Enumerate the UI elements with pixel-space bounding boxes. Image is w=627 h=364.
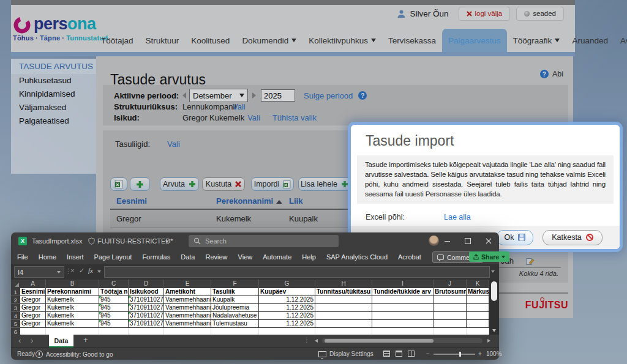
sheet-cell[interactable] <box>372 328 434 335</box>
zoom-level[interactable]: 100% <box>486 351 502 357</box>
sheet-cell[interactable] <box>434 320 467 328</box>
sheet-cell[interactable]: 945 <box>99 304 129 312</box>
ok-button[interactable]: Ok <box>497 230 533 245</box>
sheet-cell[interactable]: Tunnitasu/tükitasu <box>315 288 372 296</box>
sheet-cell[interactable]: Brutosumma <box>434 288 467 296</box>
new-sheet-button[interactable] <box>83 335 88 344</box>
scroll-down-arrow[interactable] <box>492 329 496 332</box>
sheet-cell[interactable]: 37109110274 <box>129 296 164 304</box>
sheet-cell[interactable] <box>434 328 467 335</box>
row-header[interactable]: 1 <box>11 288 20 296</box>
sheet-cell[interactable]: Jõulupreemia <box>211 304 259 312</box>
sheet-cell[interactable]: 37109110274 <box>129 312 164 320</box>
sheet-cell[interactable]: Gregor <box>20 296 46 304</box>
next-sheet-arrow[interactable] <box>31 336 33 345</box>
excel-search-box[interactable]: Search <box>189 235 339 247</box>
sheet-cell[interactable]: 1.12.2025 <box>259 320 315 328</box>
sheet-cell[interactable]: Kukemelk <box>46 304 99 312</box>
sheet-cell[interactable]: 1.12.2025 <box>259 304 315 312</box>
row-header[interactable]: 2 <box>11 296 20 304</box>
row-header[interactable]: 4 <box>11 312 20 320</box>
sheet-cell[interactable]: Töötaja nr. <box>99 288 129 296</box>
sheet-cell[interactable]: Gregor <box>20 304 46 312</box>
sheet-cell[interactable] <box>467 320 489 328</box>
sheet-cell[interactable] <box>372 296 434 304</box>
sensitivity-label[interactable]: FUJITSU-RESTRICTED* <box>97 237 173 245</box>
sheet-cell[interactable]: Nädalavahetuse tasu <box>211 312 259 320</box>
sheet-cell[interactable] <box>315 296 372 304</box>
sheet-cell[interactable]: Vanemmehhaanik <box>164 296 211 304</box>
sheet-cell[interactable] <box>20 328 46 335</box>
sheet-cell[interactable]: 945 <box>99 320 129 328</box>
sheet-cell[interactable] <box>467 312 489 320</box>
sheet-cell[interactable]: Vanemmehhaanik <box>164 304 211 312</box>
sheet-cell[interactable]: 37109110274 <box>129 304 164 312</box>
sheet-cell[interactable]: Eesnimi <box>20 288 46 296</box>
zoom-out-button[interactable] <box>426 351 430 357</box>
sheet-cell[interactable] <box>467 304 489 312</box>
sheet-cell[interactable]: 1.12.2025 <box>259 312 315 320</box>
sheet-cell[interactable]: Kukemelk <box>46 312 99 320</box>
sheet-cell[interactable]: Perekonnanimi <box>46 288 99 296</box>
sheet-cell[interactable] <box>315 320 372 328</box>
ribbon-tab-sap-analytics[interactable]: SAP Analytics Cloud <box>326 253 388 261</box>
ribbon-tab-data[interactable]: Data <box>181 253 195 261</box>
normal-view-icon[interactable] <box>383 351 390 357</box>
zoom-in-button[interactable] <box>478 351 482 357</box>
sheet-cell[interactable] <box>372 304 434 312</box>
column-header[interactable]: B <box>46 280 99 288</box>
maximize-button[interactable] <box>459 232 477 250</box>
zoom-slider[interactable] <box>434 354 475 355</box>
sheet-cell[interactable]: Tundide/tükkide arv <box>372 288 434 296</box>
sheet-cell[interactable]: Vanemmehhaanik <box>164 312 211 320</box>
ribbon-tab-file[interactable]: File <box>17 253 28 261</box>
sheet-cell[interactable] <box>99 328 129 335</box>
ribbon-tab-acrobat[interactable]: Acrobat <box>398 253 421 261</box>
scrollbar-thumb[interactable] <box>491 281 497 301</box>
column-header[interactable]: F <box>211 280 259 288</box>
accessibility-status[interactable]: Accessibility: Good to go <box>36 351 113 358</box>
scroll-left-arrow[interactable] <box>315 339 318 343</box>
column-header[interactable]: G <box>259 280 315 288</box>
display-settings-button[interactable]: Display Settings <box>318 351 374 357</box>
ribbon-tab-home[interactable]: Home <box>39 253 56 261</box>
ribbon-tab-page-layout[interactable]: Page Layout <box>94 253 132 261</box>
confirm-entry-icon[interactable] <box>79 267 84 275</box>
sheet-cell[interactable] <box>211 328 259 335</box>
sheet-cell[interactable] <box>434 312 467 320</box>
previous-sheet-arrow[interactable] <box>18 336 21 345</box>
expand-formula-bar-icon[interactable] <box>491 270 495 273</box>
column-header[interactable]: C <box>99 280 129 288</box>
sheet-cell[interactable]: 945 <box>99 312 129 320</box>
sheet-cell[interactable]: Kuupalk <box>211 296 259 304</box>
sheet-cell[interactable] <box>434 296 467 304</box>
sheet-cell[interactable]: 37109110274 <box>129 320 164 328</box>
sheet-cell[interactable] <box>315 312 372 320</box>
sheet-cell[interactable] <box>467 328 489 335</box>
sheet-cell[interactable]: Tulemustasu <box>211 320 259 328</box>
vertical-scrollbar[interactable] <box>489 280 499 335</box>
sheet-cell[interactable] <box>129 328 164 335</box>
sheet-cell[interactable] <box>46 328 99 335</box>
sheet-cell[interactable] <box>434 304 467 312</box>
column-header[interactable]: E <box>164 280 211 288</box>
sheet-cell[interactable]: 1.12.2025 <box>259 296 315 304</box>
minimize-button[interactable] <box>438 232 456 250</box>
sheet-cell[interactable] <box>315 328 372 335</box>
sheet-cell[interactable]: Gregor <box>20 320 46 328</box>
sheet-cell[interactable]: Isikukood <box>129 288 164 296</box>
sheet-cell[interactable]: Kuupäev <box>259 288 315 296</box>
ribbon-tab-review[interactable]: Review <box>205 253 227 261</box>
scrollbar-thumb[interactable] <box>325 339 434 343</box>
ribbon-tab-automate[interactable]: Automate <box>263 253 291 261</box>
horizontal-scrollbar[interactable] <box>322 338 482 343</box>
column-header[interactable]: D <box>129 280 164 288</box>
sheet-cell[interactable] <box>259 328 315 335</box>
share-button[interactable]: Share <box>469 251 509 262</box>
close-window-button[interactable] <box>479 232 498 250</box>
ribbon-tab-formulas[interactable]: Formulas <box>142 253 170 261</box>
sheet-cell[interactable] <box>467 296 489 304</box>
sheet-cell[interactable]: Ametikoht <box>164 288 211 296</box>
sheet-cell[interactable] <box>372 312 434 320</box>
select-all-corner[interactable] <box>11 280 20 288</box>
